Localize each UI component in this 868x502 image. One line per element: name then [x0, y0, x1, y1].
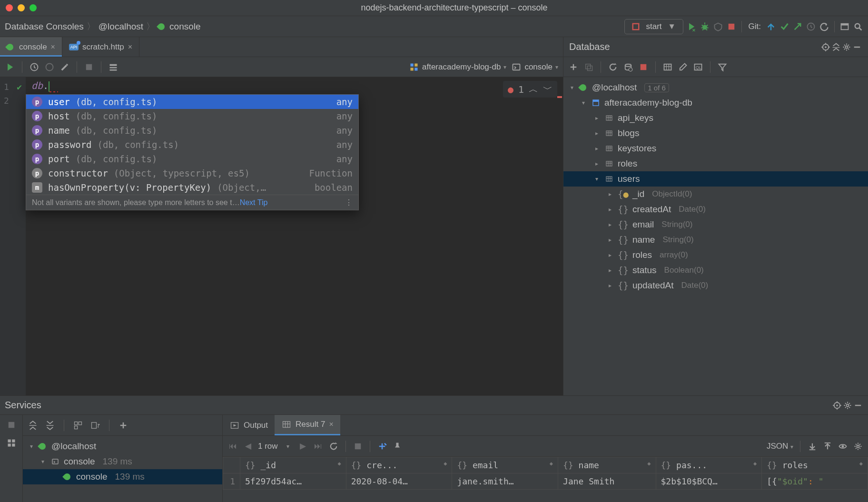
hide-tool-window-icon[interactable]: [853, 400, 863, 411]
column-header[interactable]: {} email◆: [452, 457, 558, 473]
breadcrumb-item[interactable]: @localhost: [99, 21, 143, 32]
tree-node-field[interactable]: ▸{} roles array(0): [563, 247, 868, 263]
debug-button[interactable]: [700, 21, 710, 32]
gear-icon[interactable]: [841, 42, 852, 52]
gear-icon[interactable]: [842, 400, 853, 411]
database-tree[interactable]: ▾ @localhost 1 of 6 ▾ afteracademy-blog-…: [563, 77, 868, 395]
target-icon[interactable]: [832, 400, 842, 411]
table-cell[interactable]: $2b$10$BCQ…: [656, 473, 762, 490]
hide-tool-window-icon[interactable]: [852, 42, 862, 52]
autocomplete-item[interactable]: m hasOwnProperty(v: PropertyKey) (Object…: [26, 180, 358, 195]
git-push-button[interactable]: [792, 21, 803, 32]
breadcrumb[interactable]: Database Consoles 〉 @localhost 〉 console: [5, 20, 201, 33]
tree-node-field[interactable]: ▸{} updatedAt Date(0): [563, 278, 868, 293]
export-down-icon[interactable]: [807, 441, 818, 452]
error-stripe-mark[interactable]: [557, 96, 562, 98]
services-tree[interactable]: ▾ @localhost ▾ console 139 ms console 13…: [23, 436, 222, 502]
target-icon[interactable]: [820, 42, 831, 52]
inspection-widget[interactable]: ● 1 ︿ ﹀: [503, 81, 557, 98]
close-icon[interactable]: ×: [329, 420, 333, 429]
layout-button[interactable]: [6, 438, 17, 448]
collapse-all-icon[interactable]: [831, 42, 841, 52]
view-mode-selector[interactable]: JSON ▾: [767, 442, 793, 451]
more-icon[interactable]: ⋮: [345, 198, 353, 207]
chevron-up-icon[interactable]: ︿: [529, 83, 538, 96]
schema-selector[interactable]: afteracademy-blog-db ▾: [409, 62, 506, 72]
gear-icon[interactable]: [853, 441, 863, 452]
tree-node-collection-users[interactable]: ▾ users: [563, 171, 868, 187]
code-editor[interactable]: 1✔ 2 db. ● 1 ︿ ﹀ p user (db: [0, 77, 563, 395]
expand-all-icon[interactable]: [28, 420, 38, 431]
add-datasource-button[interactable]: [568, 62, 579, 72]
filter-group-button[interactable]: [90, 420, 100, 431]
column-header[interactable]: {} pas...◆: [656, 457, 762, 473]
close-icon[interactable]: ×: [51, 43, 55, 51]
open-ddl-button[interactable]: QL: [693, 62, 703, 72]
run-line-gutter-icon[interactable]: ✔: [17, 82, 22, 92]
stop-button[interactable]: [726, 21, 737, 32]
tab-output[interactable]: Output: [223, 415, 275, 435]
sync-button[interactable]: [623, 62, 633, 72]
run-configuration-selector[interactable]: start ▼: [624, 19, 683, 34]
autocomplete-item[interactable]: p port (db, config.ts) any: [26, 152, 358, 166]
reload-button[interactable]: [328, 441, 339, 452]
breadcrumb-item[interactable]: Database Consoles: [5, 21, 84, 32]
prev-page-button[interactable]: ◀: [243, 441, 253, 452]
breadcrumb-item[interactable]: console: [169, 21, 201, 32]
rollback-button[interactable]: [44, 62, 55, 72]
window-close-button[interactable]: [6, 4, 13, 11]
column-header[interactable]: {} _id◆: [240, 457, 346, 473]
stop-button[interactable]: [353, 441, 363, 452]
first-page-button[interactable]: ⏮: [227, 441, 238, 452]
view-eye-icon[interactable]: [838, 441, 848, 452]
table-cell[interactable]: 2020-08-04…: [346, 473, 452, 490]
chevron-down-icon[interactable]: ﹀: [543, 83, 552, 96]
history-button[interactable]: [29, 62, 39, 72]
tree-node-field[interactable]: ▸{} email String(0): [563, 217, 868, 232]
run-button[interactable]: [686, 21, 697, 32]
table-view-button[interactable]: [662, 62, 673, 72]
coverage-button[interactable]: [713, 21, 723, 32]
autocomplete-item[interactable]: p name (db, config.ts) any: [26, 123, 358, 138]
duplicate-button[interactable]: [583, 62, 594, 72]
search-everywhere-button[interactable]: [853, 21, 863, 32]
tree-node-field[interactable]: ▸{} name String(0): [563, 232, 868, 247]
autocomplete-item[interactable]: p user (db, config.ts) any: [26, 95, 358, 109]
refresh-button[interactable]: [608, 62, 618, 72]
pin-button[interactable]: [392, 441, 403, 452]
result-grid[interactable]: {} _id◆ {} cre...◆ {} email◆ {} name◆ {}…: [223, 457, 868, 502]
last-page-button[interactable]: ⏭: [313, 441, 324, 452]
tree-node-console[interactable]: ▾ console 139 ms: [23, 454, 222, 469]
table-cell[interactable]: [{"$oid": ": [762, 473, 868, 490]
git-update-button[interactable]: [766, 21, 776, 32]
column-header[interactable]: {} cre...◆: [346, 457, 452, 473]
tree-node-datasource[interactable]: ▾ @localhost: [23, 439, 222, 454]
add-service-button[interactable]: [118, 420, 128, 431]
tree-node-field[interactable]: ▸{} status Boolean(0): [563, 263, 868, 278]
view-as-button[interactable]: [108, 62, 118, 72]
ide-layout-button[interactable]: [839, 21, 850, 32]
group-button[interactable]: [73, 420, 83, 431]
tab-result[interactable]: Result 7 ×: [275, 415, 340, 435]
next-tip-link[interactable]: Next Tip: [240, 198, 268, 207]
column-header[interactable]: {} roles◆: [762, 457, 868, 473]
disconnect-button[interactable]: [638, 62, 649, 72]
add-row-button[interactable]: [377, 441, 387, 452]
autocomplete-item[interactable]: p password (db, config.ts) any: [26, 138, 358, 152]
window-zoom-button[interactable]: [30, 4, 37, 11]
session-selector[interactable]: console ▾: [511, 62, 558, 72]
tree-node-collection[interactable]: ▸ roles: [563, 156, 868, 171]
tree-node-collection[interactable]: ▸ keystores: [563, 141, 868, 156]
tree-node-collection[interactable]: ▸ blogs: [563, 126, 868, 141]
git-commit-button[interactable]: [779, 21, 789, 32]
tree-node-collection[interactable]: ▸ api_keys: [563, 110, 868, 126]
tree-node-schema[interactable]: ▾ afteracademy-blog-db: [563, 95, 868, 110]
tree-node-datasource[interactable]: ▾ @localhost 1 of 6: [563, 80, 868, 95]
column-header[interactable]: {} name◆: [558, 457, 656, 473]
chevron-down-icon[interactable]: ▾: [283, 441, 293, 452]
editor-tab-scratch[interactable]: API scratch.http ×: [62, 37, 139, 57]
tree-node-field[interactable]: ▸{● _id ObjectId(0): [563, 187, 868, 202]
tree-node-console-leaf[interactable]: console 139 ms: [23, 469, 222, 484]
edit-button[interactable]: [678, 62, 688, 72]
execute-button[interactable]: [5, 62, 15, 72]
